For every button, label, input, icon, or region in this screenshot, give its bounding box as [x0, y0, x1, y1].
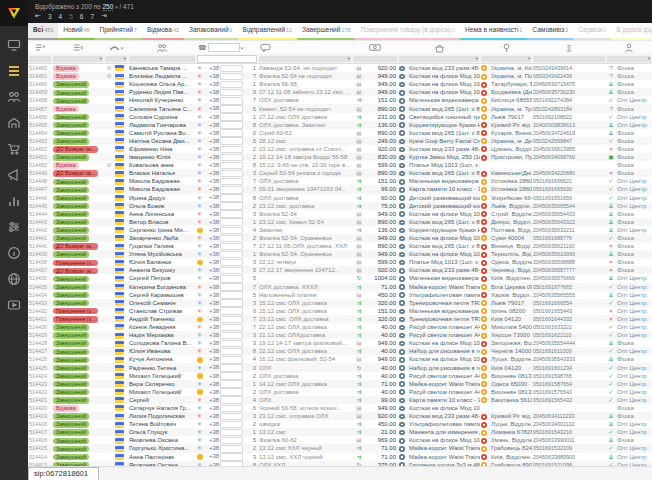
table-row[interactable]: 514431Повернення (з...Андрій Ткаченко+38… — [28, 315, 652, 323]
tab-7[interactable]: Повернення товару (в дорозі)0 — [355, 23, 460, 40]
price-filter[interactable] — [353, 56, 397, 62]
tab-5[interactable]: Відправлений12 — [238, 23, 298, 40]
table-row[interactable]: 514441ЗавершенийЗахарченко Люба✳+382Фиал… — [28, 234, 652, 242]
table-row[interactable]: 514432Повернення (з...Станіслав Стрижак✳… — [28, 307, 652, 315]
tab-8[interactable]: Нема в наявності1 — [460, 23, 527, 40]
table-row[interactable]: 514454ЗавершенийСамотій Руслана Во...✳+3… — [28, 129, 652, 137]
product-filter[interactable]: ▾ — [399, 56, 479, 62]
tab-4[interactable]: Запакований1 — [184, 23, 238, 40]
table-row[interactable]: 514444ЗавершенийАнна Липенська✳+383Фиалк… — [28, 210, 652, 218]
table-row[interactable]: 514429ЗавершенийНадія Мерзаєва✳+38321.12… — [28, 331, 652, 339]
table-row[interactable]: 514450Відмова⊘Ковальова анна✳+38815.12. … — [28, 161, 652, 169]
address-filter[interactable]: ▾ — [481, 56, 531, 62]
client-filter[interactable] — [129, 56, 195, 62]
orders-list-icon[interactable] — [7, 64, 21, 78]
page-button-5[interactable]: 5 — [69, 13, 73, 20]
table-row[interactable]: 514452ДО Возврат ок...Єфименко Ніна✳+382… — [28, 145, 652, 153]
phone-filter[interactable] — [197, 55, 257, 63]
table-row[interactable]: 514435ЗавершенийКатерина Богданова✳+387О… — [28, 283, 652, 291]
flag-filter[interactable]: ▾ — [105, 56, 127, 62]
table-row[interactable]: 514443ЗавершенийВіктор Власов✳+38123.12 … — [28, 218, 652, 226]
product-column-icon[interactable] — [398, 43, 480, 53]
table-row[interactable]: 514428ЗавершенийСолодкова Галина В...✳+3… — [28, 339, 652, 347]
status-list-icon[interactable] — [52, 43, 104, 52]
tracking-column-icon[interactable]: ][ — [532, 44, 606, 51]
last-page-button[interactable]: ⇥ — [101, 12, 107, 20]
table-row[interactable]: 514457ВідмоваСалепина Татьяна С...✳+385К… — [28, 104, 652, 112]
table-row[interactable]: 514449ДО Возврат ок...Власюк Наталья✳+38… — [28, 169, 652, 177]
table-row[interactable]: 514424ЗавершенийМихаил Гилецький+382ОЛХ … — [28, 372, 652, 380]
table-row[interactable]: 514440ДО Возврат ок...Гуцалюк Галина✳+38… — [28, 242, 652, 250]
table-row[interactable]: 514414ЗавершенийАнна Пастернак+38313.12 … — [28, 453, 652, 461]
info-icon[interactable] — [7, 246, 21, 260]
stats-icon[interactable] — [7, 194, 21, 208]
tracking-filter[interactable] — [533, 56, 605, 62]
marketing-icon[interactable] — [7, 168, 21, 182]
clients-icon[interactable] — [7, 90, 21, 104]
table-row[interactable]: 514455ЗавершенийЛюдмила Гончарова✳+388ОЛ… — [28, 121, 652, 129]
address-column-icon[interactable] — [480, 43, 532, 53]
table-row[interactable]: 514458ЗавершенийНиколай Кучеренко✳+387ОЛ… — [28, 96, 652, 104]
first-page-button[interactable]: ⇤ — [35, 12, 41, 20]
table-row[interactable]: 514447ЗавершенийМикола Бадражан✳+38709.0… — [28, 185, 652, 193]
table-row[interactable]: 514439ЗавершенийУляна Мусійовська✳+381Фи… — [28, 250, 652, 258]
tab-11[interactable]: В дорозі додому0 — [611, 23, 652, 40]
tab-6[interactable]: Завершений278 — [297, 23, 355, 40]
page-size-dropdown[interactable]: 250 — [103, 3, 114, 11]
phone-filter-input[interactable] — [208, 43, 240, 52]
manager-column-icon[interactable] — [606, 43, 652, 53]
table-row[interactable]: 514453ЗавершенийНікітіна Оксана Дми...✳+… — [28, 137, 652, 145]
table-row[interactable]: 514416ЗавершенийЯковлева Оксана✳+385Фиал… — [28, 436, 652, 444]
manager-filter[interactable]: ▾ — [607, 56, 651, 62]
table-row[interactable]: 514462Відмова⊘Каневська Тамара ...✳+381Л… — [28, 64, 652, 72]
payment-column-icon[interactable] — [352, 43, 398, 52]
table-row[interactable]: 514434ЗавершенийСергей Карамышев✳+385Нал… — [28, 291, 652, 299]
tab-3[interactable]: Відмова42 — [142, 23, 184, 40]
table-row[interactable]: 514456ЗавершенийСоломія Сідоніна✳+38127.… — [28, 113, 652, 121]
client-column-icon[interactable] — [128, 43, 196, 53]
id-filter[interactable] — [29, 56, 51, 62]
table-row[interactable]: 514459ЗавершенийРуденко Лидия Пав...✳+38… — [28, 88, 652, 96]
table-row[interactable]: 514415ЗавершенийГоргулько Христина...✳+3… — [28, 444, 652, 452]
table-row[interactable]: 514419ЗавершенийЛилия Подолинская✳+38323… — [28, 412, 652, 420]
settings-icon[interactable] — [7, 220, 21, 234]
table-row[interactable]: 514427ЗавершенийЮлия Иванова✳+38822.12 с… — [28, 347, 652, 355]
table-row[interactable]: 514423ЗавершенийВера Скляренко✳+38114.12… — [28, 380, 652, 388]
table-row[interactable]: 514448ЗавершенийМикола Бадражан✳+387ОЛХ … — [28, 177, 652, 185]
tab-2[interactable]: Прийнятий7 — [95, 23, 142, 40]
table-row[interactable]: 514460ЗавершенийКошелева Ольга Ар...✳+38… — [28, 80, 652, 88]
table-row[interactable]: 514461Відмова⊘Близнюк Людмила ...✳+387Фи… — [28, 72, 652, 80]
table-row[interactable]: 514422ЗавершенийМихаил Гилецький+382ОЛХ … — [28, 388, 652, 396]
table-row[interactable]: 514421ЗавершенийСергей✳+384ОЛХ⇉99.00Карт… — [28, 396, 652, 404]
table-row[interactable]: 514426ЗавершенийКучук Антонина+38416.12 … — [28, 355, 652, 363]
tab-0[interactable]: Всі471 — [28, 23, 58, 40]
tab-10[interactable]: Сервіси0 — [573, 23, 611, 40]
page-button-3[interactable]: 3 — [48, 13, 52, 20]
table-row[interactable]: 514418ЗавершенийТетяна Войтович✳+382швид… — [28, 420, 652, 428]
globe-icon[interactable] — [7, 272, 21, 286]
table-row[interactable]: 514417ЗавершенийОльга Глущук✳+38113.12 с… — [28, 428, 652, 436]
warehouse-icon[interactable] — [7, 116, 21, 130]
order-sort-icon[interactable] — [28, 43, 52, 52]
comment-filter[interactable]: ▾ — [259, 56, 351, 62]
table-row[interactable]: 514438Повернення (з...Юлия Баланюк+38322… — [28, 258, 652, 266]
table-row[interactable]: 514430ЗавершенийКсенія Левадняя✳+38722.1… — [28, 323, 652, 331]
table-row[interactable]: 514437ДО Возврат ок...Анжела Безушку✳+38… — [28, 266, 652, 274]
dashboard-icon[interactable] — [7, 38, 21, 52]
tab-1[interactable]: Новий48 — [58, 23, 94, 40]
app-logo[interactable] — [0, 0, 28, 26]
comment-column-icon[interactable] — [258, 43, 352, 53]
table-row[interactable]: 514425ЗавершенийРадченко Тетяна✳+380ОЛХ↻… — [28, 363, 652, 371]
table-row[interactable]: 514420ВідмоваСитарчук Наталія Гр...✳+386… — [28, 404, 652, 412]
table-row[interactable]: 514445ЗавершенийОльга Божик✳+38223.12 см… — [28, 202, 652, 210]
cart-icon[interactable] — [7, 142, 21, 156]
video-icon[interactable] — [7, 298, 21, 312]
call-column-icon[interactable]: ▾ — [104, 43, 128, 52]
phone-column-icon[interactable]: ☎▾ — [196, 43, 258, 52]
page-button-6[interactable]: 6 — [80, 13, 84, 20]
page-button-4[interactable]: 4 — [59, 13, 63, 20]
status-filter[interactable]: ▾ — [53, 56, 103, 62]
table-row[interactable]: 514442ЗавершенийСергієнко Ірина Ми...+38… — [28, 226, 652, 234]
page-button-7[interactable]: 7 — [90, 13, 94, 20]
table-row[interactable]: 514436ЗавершенийСергей Петров✳+385↻1004.… — [28, 274, 652, 282]
